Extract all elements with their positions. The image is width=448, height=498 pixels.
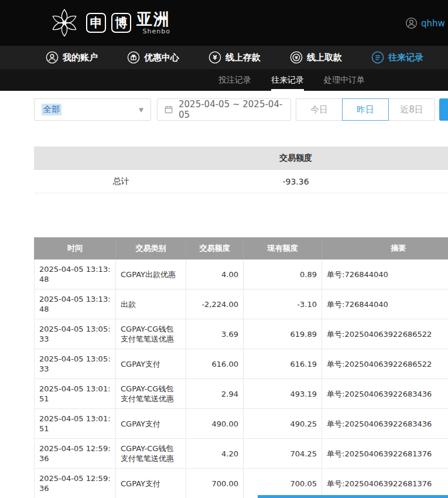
user-account[interactable]: qhhw: [405, 17, 445, 29]
summary-header-row: 交易额度: [34, 146, 448, 170]
table-cell: 2025-04-05 13:13:48: [35, 260, 116, 289]
tab-betting-records[interactable]: 投注记录: [218, 69, 251, 91]
gift-icon: [127, 51, 140, 64]
nav-item-promotions[interactable]: 优惠中心: [127, 51, 179, 64]
table-cell: CGPAY出款优惠: [116, 260, 186, 289]
last-8-days-button[interactable]: 近8日: [388, 98, 435, 121]
nav-item-my-account[interactable]: 我的账户: [46, 51, 98, 64]
deposit-coin-icon: ¥: [208, 51, 221, 64]
table-cell: 单号:202504063922683436: [322, 409, 448, 439]
summary-total-label: 总计: [34, 176, 208, 187]
nav-label: 我的账户: [63, 52, 98, 63]
calendar-icon: [164, 105, 173, 114]
table-cell: 2025-04-05 12:59:36: [35, 439, 116, 469]
column-header-amount: 交易额度: [186, 238, 244, 260]
table-cell: 3.69: [186, 319, 244, 349]
nav-label: 线上取款: [307, 52, 342, 63]
date-range-value: 2025-04-05 ~ 2025-04-05: [179, 99, 290, 120]
table-cell: 700.05: [244, 469, 322, 498]
table-cell: CGPAY-CG钱包支付笔笔送优惠: [116, 439, 186, 469]
summary-table: 交易额度 总计 -93.36: [34, 146, 448, 193]
category-dropdown[interactable]: 全部 ▼: [34, 98, 151, 121]
summary-total-value: -93.36: [208, 177, 384, 186]
table-cell: 490.00: [186, 409, 244, 439]
tab-processing-orders[interactable]: 处理中订单: [324, 69, 365, 91]
nav-item-deposit[interactable]: ¥ 线上存款: [208, 51, 261, 64]
table-cell: 2025-04-05 13:01:51: [35, 379, 116, 409]
today-button[interactable]: 今日: [296, 98, 343, 121]
nav-label: 往来记录: [388, 52, 423, 63]
table-row: 2025-04-05 13:05:33CGPAY支付616.00616.19单号…: [35, 349, 448, 379]
username-text: qhhw: [421, 18, 445, 29]
table-cell: 单号:202504063922686522: [322, 319, 448, 349]
table-cell: CGPAY-CG钱包支付笔笔送优惠: [116, 319, 186, 349]
records-icon: [371, 51, 384, 64]
table-cell: 2025-04-05 13:05:33: [35, 349, 116, 379]
table-cell: 单号:202504063922681376: [322, 469, 448, 498]
top-header: 申 博 亚洲 Shenbo qhhw: [0, 0, 448, 46]
logo-subtitle: Shenbo: [136, 28, 170, 35]
table-row: 2025-04-05 12:59:36CGPAY支付700.00700.05单号…: [35, 469, 448, 498]
table-cell: 2025-04-05 13:13:48: [35, 289, 116, 319]
summary-total-row: 总计 -93.36: [34, 170, 448, 193]
column-header-type: 交易类别: [116, 238, 186, 260]
tab-transaction-records[interactable]: 往来记录: [271, 69, 304, 91]
table-cell: 单号:726844040: [322, 289, 448, 319]
table-cell: -2,224.00: [186, 289, 244, 319]
footer-bar: [258, 495, 448, 498]
table-cell: 单号:202504063922686522: [322, 349, 448, 379]
search-button[interactable]: [439, 98, 448, 121]
table-row: 2025-04-05 13:13:48出款-2,224.00-3.10单号:72…: [35, 289, 448, 319]
table-cell: 2025-04-05 13:05:33: [35, 319, 116, 349]
main-nav: 我的账户 优惠中心 ¥ 线上存款 ¥ 线上取款: [0, 46, 448, 69]
logo-char-bo: 博: [111, 13, 131, 33]
table-cell: 619.89: [244, 319, 322, 349]
chevron-down-icon: ▼: [139, 107, 143, 113]
nav-label: 线上存款: [225, 52, 261, 63]
logo-region-text: 亚洲: [136, 11, 170, 27]
records-table-body: 2025-04-05 13:13:48CGPAY出款优惠4.000.89单号:7…: [35, 260, 448, 498]
table-cell: 704.25: [244, 439, 322, 469]
category-dropdown-value: 全部: [42, 104, 61, 115]
lotus-flower-icon: [48, 6, 81, 39]
table-cell: CGPAY支付: [116, 349, 186, 379]
user-avatar-icon: [405, 17, 418, 29]
table-cell: 616.19: [244, 349, 322, 379]
quick-range-group: 今日 昨日 近8日: [296, 98, 435, 121]
table-cell: 2.94: [186, 379, 244, 409]
table-cell: 2025-04-05 13:01:51: [35, 409, 116, 439]
column-header-summary: 摘要: [322, 238, 448, 260]
svg-text:¥: ¥: [295, 55, 298, 60]
withdraw-coin-icon: ¥: [290, 51, 303, 64]
table-cell: 616.00: [186, 349, 244, 379]
table-cell: CGPAY-CG钱包支付笔笔送优惠: [116, 379, 186, 409]
table-cell: -3.10: [244, 289, 322, 319]
table-row: 2025-04-05 13:01:51CGPAY-CG钱包支付笔笔送优惠2.94…: [35, 379, 448, 409]
summary-amount-header: 交易额度: [208, 153, 384, 163]
table-cell: 4.20: [186, 439, 244, 469]
table-row: 2025-04-05 13:01:51CGPAY支付490.00490.25单号…: [35, 409, 448, 439]
table-row: 2025-04-05 12:59:36CGPAY-CG钱包支付笔笔送优惠4.20…: [35, 439, 448, 469]
table-row: 2025-04-05 13:05:33CGPAY-CG钱包支付笔笔送优惠3.69…: [35, 319, 448, 349]
date-range-picker[interactable]: 2025-04-05 ~ 2025-04-05: [157, 98, 291, 121]
svg-text:¥: ¥: [213, 54, 217, 61]
table-cell: 单号:726844040: [322, 260, 448, 289]
site-logo[interactable]: 申 博 亚洲 Shenbo: [48, 6, 170, 39]
nav-label: 优惠中心: [144, 52, 179, 63]
table-cell: CGPAY支付: [116, 469, 186, 498]
table-cell: 700.00: [186, 469, 244, 498]
records-table: 时间 交易类别 交易额度 现有额度 摘要 2025-04-05 13:13:48…: [34, 237, 448, 498]
column-header-time: 时间: [35, 238, 116, 260]
table-cell: 4.00: [186, 260, 244, 289]
nav-item-withdraw[interactable]: ¥ 线上取款: [290, 51, 342, 64]
user-icon: [46, 51, 59, 64]
filter-row: 全部 ▼ 2025-04-05 ~ 2025-04-05 今日 昨日 近8日: [34, 98, 448, 121]
table-cell: 490.25: [244, 409, 322, 439]
nav-item-records[interactable]: 往来记录: [371, 51, 423, 64]
table-cell: CGPAY支付: [116, 409, 186, 439]
logo-char-shen: 申: [86, 13, 106, 33]
table-cell: 2025-04-05 12:59:36: [35, 469, 116, 498]
yesterday-button[interactable]: 昨日: [342, 98, 389, 121]
table-cell: 单号:202504063922681376: [322, 439, 448, 469]
column-header-balance: 现有额度: [244, 238, 322, 260]
